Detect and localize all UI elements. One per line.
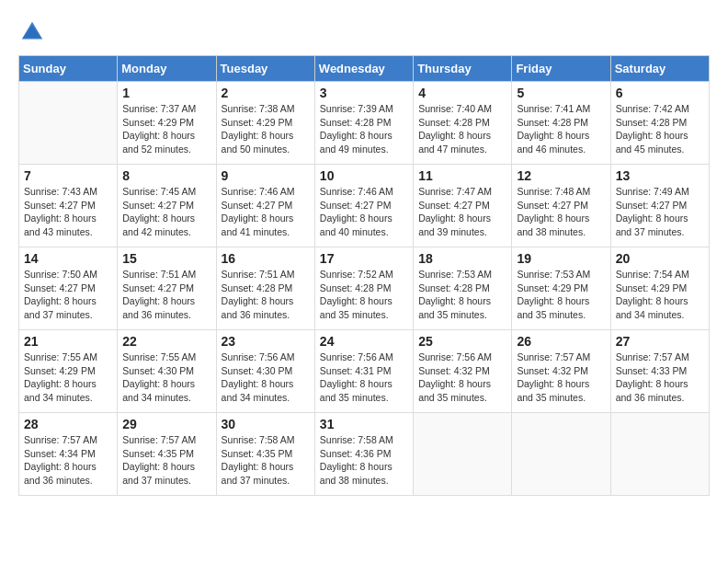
header-cell-sunday: Sunday — [19, 56, 118, 82]
day-number: 14 — [24, 251, 112, 266]
day-info: Sunrise: 7:51 AM Sunset: 4:27 PM Dayligh… — [122, 268, 210, 322]
day-info: Sunrise: 7:57 AM Sunset: 4:33 PM Dayligh… — [616, 350, 704, 405]
week-row-1: 1Sunrise: 7:37 AM Sunset: 4:29 PM Daylig… — [19, 82, 710, 165]
day-cell: 6Sunrise: 7:42 AM Sunset: 4:28 PM Daylig… — [610, 82, 709, 165]
day-info: Sunrise: 7:48 AM Sunset: 4:27 PM Dayligh… — [517, 185, 605, 239]
day-cell: 20Sunrise: 7:54 AM Sunset: 4:29 PM Dayli… — [610, 247, 709, 330]
day-cell: 4Sunrise: 7:40 AM Sunset: 4:28 PM Daylig… — [414, 82, 512, 165]
header-cell-monday: Monday — [118, 56, 216, 82]
day-number: 22 — [122, 334, 210, 349]
day-number: 27 — [616, 334, 704, 349]
day-cell: 17Sunrise: 7:52 AM Sunset: 4:28 PM Dayli… — [314, 247, 413, 330]
day-info: Sunrise: 7:40 AM Sunset: 4:28 PM Dayligh… — [418, 102, 506, 156]
day-info: Sunrise: 7:50 AM Sunset: 4:27 PM Dayligh… — [24, 268, 112, 322]
day-info: Sunrise: 7:53 AM Sunset: 4:29 PM Dayligh… — [517, 268, 605, 322]
day-cell: 26Sunrise: 7:57 AM Sunset: 4:32 PM Dayli… — [512, 330, 610, 413]
day-info: Sunrise: 7:43 AM Sunset: 4:27 PM Dayligh… — [24, 185, 112, 239]
day-cell: 24Sunrise: 7:56 AM Sunset: 4:31 PM Dayli… — [314, 330, 413, 413]
header-cell-saturday: Saturday — [610, 56, 709, 82]
header-cell-tuesday: Tuesday — [216, 56, 314, 82]
day-number: 7 — [24, 168, 112, 183]
page-header — [18, 18, 710, 46]
day-number: 25 — [418, 334, 506, 349]
day-number: 16 — [222, 251, 310, 266]
header-cell-wednesday: Wednesday — [314, 56, 413, 82]
day-info: Sunrise: 7:45 AM Sunset: 4:27 PM Dayligh… — [122, 185, 210, 239]
day-info: Sunrise: 7:49 AM Sunset: 4:27 PM Dayligh… — [616, 185, 704, 239]
day-info: Sunrise: 7:55 AM Sunset: 4:30 PM Dayligh… — [122, 350, 210, 405]
day-info: Sunrise: 7:51 AM Sunset: 4:28 PM Dayligh… — [222, 268, 310, 322]
day-info: Sunrise: 7:52 AM Sunset: 4:28 PM Dayligh… — [320, 268, 408, 322]
day-cell: 9Sunrise: 7:46 AM Sunset: 4:27 PM Daylig… — [216, 165, 314, 247]
day-info: Sunrise: 7:46 AM Sunset: 4:27 PM Dayligh… — [320, 185, 408, 239]
day-cell: 13Sunrise: 7:49 AM Sunset: 4:27 PM Dayli… — [610, 165, 709, 247]
day-cell: 12Sunrise: 7:48 AM Sunset: 4:27 PM Dayli… — [512, 165, 610, 247]
week-row-2: 7Sunrise: 7:43 AM Sunset: 4:27 PM Daylig… — [19, 165, 710, 247]
week-row-5: 28Sunrise: 7:57 AM Sunset: 4:34 PM Dayli… — [19, 413, 710, 496]
day-number: 11 — [418, 168, 506, 183]
day-cell: 8Sunrise: 7:45 AM Sunset: 4:27 PM Daylig… — [118, 165, 216, 247]
day-cell: 31Sunrise: 7:58 AM Sunset: 4:36 PM Dayli… — [314, 413, 413, 496]
day-info: Sunrise: 7:57 AM Sunset: 4:32 PM Dayligh… — [517, 350, 605, 405]
day-number: 19 — [517, 251, 605, 266]
day-cell: 30Sunrise: 7:58 AM Sunset: 4:35 PM Dayli… — [216, 413, 314, 496]
day-cell: 25Sunrise: 7:56 AM Sunset: 4:32 PM Dayli… — [414, 330, 512, 413]
day-cell: 29Sunrise: 7:57 AM Sunset: 4:35 PM Dayli… — [118, 413, 216, 496]
day-cell: 28Sunrise: 7:57 AM Sunset: 4:34 PM Dayli… — [19, 413, 118, 496]
day-cell — [610, 413, 709, 496]
day-number: 8 — [122, 168, 210, 183]
day-info: Sunrise: 7:55 AM Sunset: 4:29 PM Dayligh… — [24, 350, 112, 405]
calendar-body: 1Sunrise: 7:37 AM Sunset: 4:29 PM Daylig… — [19, 82, 710, 496]
week-row-3: 14Sunrise: 7:50 AM Sunset: 4:27 PM Dayli… — [19, 247, 710, 330]
day-info: Sunrise: 7:54 AM Sunset: 4:29 PM Dayligh… — [616, 268, 704, 322]
day-info: Sunrise: 7:53 AM Sunset: 4:28 PM Dayligh… — [418, 268, 506, 322]
day-number: 31 — [320, 417, 408, 431]
day-number: 13 — [616, 168, 704, 183]
day-info: Sunrise: 7:42 AM Sunset: 4:28 PM Dayligh… — [616, 102, 704, 156]
day-info: Sunrise: 7:39 AM Sunset: 4:28 PM Dayligh… — [320, 102, 408, 156]
day-cell: 10Sunrise: 7:46 AM Sunset: 4:27 PM Dayli… — [314, 165, 413, 247]
day-cell: 23Sunrise: 7:56 AM Sunset: 4:30 PM Dayli… — [216, 330, 314, 413]
day-info: Sunrise: 7:56 AM Sunset: 4:32 PM Dayligh… — [418, 350, 506, 405]
day-cell: 15Sunrise: 7:51 AM Sunset: 4:27 PM Dayli… — [118, 247, 216, 330]
day-cell: 27Sunrise: 7:57 AM Sunset: 4:33 PM Dayli… — [610, 330, 709, 413]
day-number: 26 — [517, 334, 605, 349]
day-cell: 21Sunrise: 7:55 AM Sunset: 4:29 PM Dayli… — [19, 330, 118, 413]
day-number: 9 — [222, 168, 310, 183]
day-number: 6 — [616, 86, 704, 100]
header-row: SundayMondayTuesdayWednesdayThursdayFrid… — [19, 56, 710, 82]
day-info: Sunrise: 7:56 AM Sunset: 4:31 PM Dayligh… — [320, 350, 408, 405]
day-cell — [512, 413, 610, 496]
day-info: Sunrise: 7:58 AM Sunset: 4:36 PM Dayligh… — [320, 433, 408, 488]
day-cell: 18Sunrise: 7:53 AM Sunset: 4:28 PM Dayli… — [414, 247, 512, 330]
week-row-4: 21Sunrise: 7:55 AM Sunset: 4:29 PM Dayli… — [19, 330, 710, 413]
day-info: Sunrise: 7:37 AM Sunset: 4:29 PM Dayligh… — [122, 102, 210, 156]
day-cell — [19, 82, 118, 165]
day-number: 29 — [122, 417, 210, 431]
day-info: Sunrise: 7:56 AM Sunset: 4:30 PM Dayligh… — [222, 350, 310, 405]
day-info: Sunrise: 7:57 AM Sunset: 4:35 PM Dayligh… — [122, 433, 210, 488]
day-cell: 2Sunrise: 7:38 AM Sunset: 4:29 PM Daylig… — [216, 82, 314, 165]
day-cell: 1Sunrise: 7:37 AM Sunset: 4:29 PM Daylig… — [118, 82, 216, 165]
day-info: Sunrise: 7:57 AM Sunset: 4:34 PM Dayligh… — [24, 433, 112, 488]
calendar-header: SundayMondayTuesdayWednesdayThursdayFrid… — [19, 56, 710, 82]
day-cell: 7Sunrise: 7:43 AM Sunset: 4:27 PM Daylig… — [19, 165, 118, 247]
day-number: 30 — [222, 417, 310, 431]
day-info: Sunrise: 7:46 AM Sunset: 4:27 PM Dayligh… — [222, 185, 310, 239]
day-number: 15 — [122, 251, 210, 266]
logo — [18, 18, 50, 46]
day-info: Sunrise: 7:38 AM Sunset: 4:29 PM Dayligh… — [222, 102, 310, 156]
day-cell: 22Sunrise: 7:55 AM Sunset: 4:30 PM Dayli… — [118, 330, 216, 413]
day-number: 23 — [222, 334, 310, 349]
day-cell: 3Sunrise: 7:39 AM Sunset: 4:28 PM Daylig… — [314, 82, 413, 165]
day-number: 21 — [24, 334, 112, 349]
day-number: 4 — [418, 86, 506, 100]
day-info: Sunrise: 7:41 AM Sunset: 4:28 PM Dayligh… — [517, 102, 605, 156]
day-number: 20 — [616, 251, 704, 266]
day-cell: 5Sunrise: 7:41 AM Sunset: 4:28 PM Daylig… — [512, 82, 610, 165]
day-number: 12 — [517, 168, 605, 183]
logo-icon — [18, 18, 46, 46]
day-cell — [414, 413, 512, 496]
day-cell: 19Sunrise: 7:53 AM Sunset: 4:29 PM Dayli… — [512, 247, 610, 330]
day-number: 5 — [517, 86, 605, 100]
